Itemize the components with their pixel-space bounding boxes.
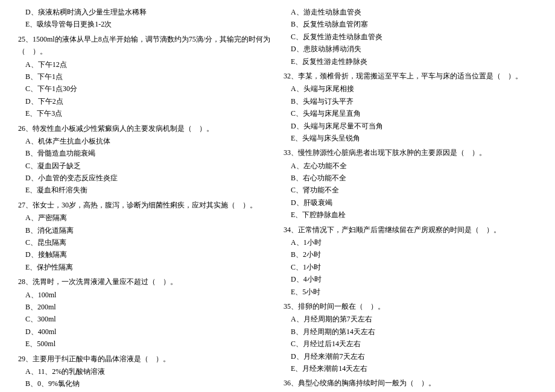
q35-b: B、月经周期的第14天左右 [284, 326, 537, 338]
q32-title: 32、李某，颈椎骨折，现需搬运至平车上，平车与床的适当位置是（ ）。 [284, 70, 537, 82]
q35-d: D、月经来潮前7天左右 [284, 350, 537, 362]
q27-c: C、昆虫隔离 [18, 236, 271, 248]
q33-c: C、肾功能不全 [284, 184, 537, 196]
q35-e: E、月经来潮前14天左右 [284, 362, 537, 375]
q25-block: 25、1500ml的液体从早上8点半开始输，调节滴数约为75滴/分，其输完的时何… [18, 33, 271, 120]
q33-a: A、左心功能不全 [284, 160, 537, 172]
q35-title: 35、排卵的时间一般在（ ）。 [284, 300, 537, 312]
q34-title: 34、正常情况下，产妇顺产后需继续留在产房观察的时间是（ ）。 [284, 224, 537, 236]
q34-a: A、1小时 [284, 236, 537, 248]
left-column: D、痰液粘稠时滴入少量生理盐水稀释 E、吸续导管每日更换1-2次 25、1500… [18, 6, 271, 392]
q28-b: B、200ml [18, 301, 271, 313]
q33-block: 33、慢性肺源性心脏病患者出现下肢水肿的主要原因是（ ）。 A、左心功能不全 B… [284, 147, 537, 221]
q33-title: 33、慢性肺源性心脏病患者出现下肢水肿的主要原因是（ ）。 [284, 147, 537, 159]
q34-block: 34、正常情况下，产妇顺产后需继续留在产房观察的时间是（ ）。 A、1小时 B、… [284, 224, 537, 298]
q33-b: B、右心功能不全 [284, 172, 537, 184]
q33-d: D、肝吸衰竭 [284, 197, 537, 209]
q26-title: 26、特发性血小板减少性紫癜病人的主要发病机制是（ ）。 [18, 122, 271, 134]
q27-block: 27、张女士，30岁，高热，腹泻，诊断为细菌性痢疾，应对其实施（ ）。 A、严密… [18, 199, 271, 273]
q25-c: C、下午1点30分 [18, 83, 271, 95]
q29-title: 29、主要用于纠正酸中毒的晶体溶液是（ ）。 [18, 353, 271, 365]
q27-e: E、保护性隔离 [18, 261, 271, 273]
q31-c: C、反复性游走性动脉血管炎 [284, 31, 537, 43]
q28-c: C、300ml [18, 313, 271, 325]
q36-title: 36、典型心绞痛的胸痛持续时间一般为（ ）。 [284, 377, 537, 389]
q26-e: E、凝血和纤溶失衡 [18, 184, 271, 196]
q34-c: C、1小时 [284, 261, 537, 273]
q31-d: D、患肢动脉搏动消失 [284, 43, 537, 55]
q34-b: B、2小时 [284, 248, 537, 261]
q35-c: C、月经过后14天左右 [284, 338, 537, 350]
q26-a: A、机体产生抗血小板抗体 [18, 135, 271, 147]
q25-b: B、下午1点 [18, 71, 271, 83]
q28-d: D、400ml [18, 326, 271, 338]
q34-d: D、4小时 [284, 273, 537, 285]
q26-block: 26、特发性血小板减少性紫癜病人的主要发病机制是（ ）。 A、机体产生抗血小板抗… [18, 122, 271, 197]
option-d-e-e: E、吸续导管每日更换1-2次 [18, 18, 271, 30]
q32-c: C、头端与床尾呈直角 [284, 107, 537, 119]
q34-e: E、5小时 [284, 286, 537, 298]
q36-block: 36、典型心绞痛的胸痛持续时间一般为（ ）。 A、1分钟 B、1～5分钟 C、5… [284, 377, 537, 392]
q26-b: B、骨髓造血功能衰竭 [18, 147, 271, 159]
q31-options-block: A、游走性动脉血管炎 B、反复性动脉血管闭塞 C、反复性游走性动脉血管炎 D、患… [284, 6, 537, 68]
q33-e: E、下腔静脉血栓 [284, 209, 537, 221]
q32-e: E、头端与床头呈锐角 [284, 132, 537, 144]
q25-title: 25、1500ml的液体从早上8点半开始输，调节滴数约为75滴/分，其输完的时何… [18, 33, 271, 58]
q31-e: E、反复性游走性静脉炎 [284, 55, 537, 68]
q27-d: D、接触隔离 [18, 248, 271, 261]
q35-a: A、月经周期的第7天左右 [284, 313, 537, 325]
q31-b: B、反复性动脉血管闭塞 [284, 18, 537, 30]
q27-a: A、严密隔离 [18, 212, 271, 224]
q29-block: 29、主要用于纠正酸中毒的晶体溶液是（ ）。 A、11、2%的乳酸钠溶液 B、0… [18, 353, 271, 392]
q28-e: E、500ml [18, 338, 271, 350]
right-column: A、游走性动脉血管炎 B、反复性动脉血管闭塞 C、反复性游走性动脉血管炎 D、患… [284, 6, 537, 392]
q28-block: 28、洗胃时，一次洗胃液灌入量应不超过（ ）。 A、100ml B、200ml … [18, 276, 271, 350]
q32-b: B、头端与订头平齐 [284, 95, 537, 107]
q25-e: E、下午3点 [18, 107, 271, 119]
q32-a: A、头端与床尾相接 [284, 83, 537, 95]
q26-d: D、小血管的变态反应性炎症 [18, 172, 271, 184]
page-content: D、痰液粘稠时滴入少量生理盐水稀释 E、吸续导管每日更换1-2次 25、1500… [18, 6, 537, 392]
q-d-e-block: D、痰液粘稠时滴入少量生理盐水稀释 E、吸续导管每日更换1-2次 [18, 6, 271, 31]
q35-block: 35、排卵的时间一般在（ ）。 A、月经周期的第7天左右 B、月经周期的第14天… [284, 300, 537, 375]
q27-b: B、消化道隔离 [18, 224, 271, 236]
q25-d: D、下午2点 [18, 95, 271, 107]
q29-a: A、11、2%的乳酸钠溶液 [18, 365, 271, 378]
q25-a: A、下午12点 [18, 58, 271, 71]
q32-block: 32、李某，颈椎骨折，现需搬运至平车上，平车与床的适当位置是（ ）。 A、头端与… [284, 70, 537, 144]
q29-b: B、0、9%氯化钠 [18, 378, 271, 390]
q27-title: 27、张女士，30岁，高热，腹泻，诊断为细菌性痢疾，应对其实施（ ）。 [18, 199, 271, 211]
q28-title: 28、洗胃时，一次洗胃液灌入量应不超过（ ）。 [18, 276, 271, 288]
q32-d: D、头端与床尾尽量不可当角 [284, 120, 537, 132]
q28-a: A、100ml [18, 289, 271, 301]
option-d-e-d: D、痰液粘稠时滴入少量生理盐水稀释 [18, 6, 271, 18]
q31-a: A、游走性动脉血管炎 [284, 6, 537, 18]
q26-c: C、凝血因子缺乏 [18, 160, 271, 172]
